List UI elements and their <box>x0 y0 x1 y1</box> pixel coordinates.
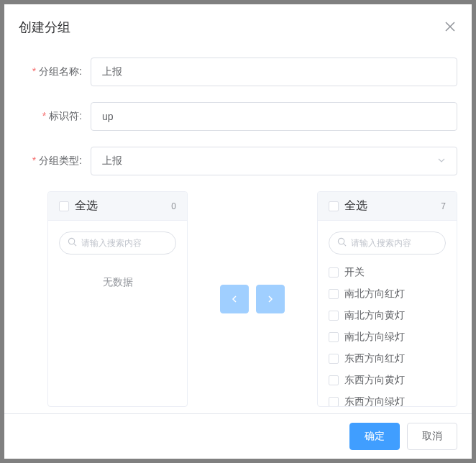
close-button[interactable] <box>443 20 457 35</box>
identifier-input[interactable] <box>91 102 457 131</box>
item-label: 南北方向绿灯 <box>344 331 405 344</box>
item-checkbox[interactable] <box>329 354 339 364</box>
transfer-left-panel: 全选 0 无数据 <box>47 191 188 407</box>
modal-header: 创建分组 <box>4 4 472 43</box>
create-group-modal: 创建分组 分组名称: 标识符: 分组类型: 上报 <box>4 4 472 459</box>
transfer-buttons <box>220 285 285 313</box>
right-count: 7 <box>441 201 446 211</box>
type-select-value: 上报 <box>102 155 122 168</box>
item-checkbox[interactable] <box>329 267 339 278</box>
transfer-left-list: 无数据 <box>59 262 176 406</box>
item-label: 开关 <box>344 266 365 279</box>
transfer: 全选 0 无数据 <box>47 191 457 407</box>
item-checkbox[interactable] <box>329 332 339 342</box>
confirm-button[interactable]: 确定 <box>349 423 400 450</box>
chevron-left-icon <box>230 295 239 303</box>
search-right-input[interactable] <box>329 232 446 255</box>
identifier-label: 标识符: <box>19 110 91 123</box>
form-item-identifier: 标识符: <box>19 102 457 131</box>
type-select[interactable]: 上报 <box>91 147 457 175</box>
item-label: 东西方向绿灯 <box>344 395 405 406</box>
search-left-wrap <box>59 232 176 255</box>
list-item[interactable]: 南北方向绿灯 <box>329 326 446 348</box>
transfer-left-header: 全选 0 <box>48 192 187 221</box>
chevron-right-icon <box>266 295 275 303</box>
item-label: 东西方向红灯 <box>344 352 405 365</box>
item-label: 南北方向黄灯 <box>344 309 405 322</box>
form-item-type: 分组类型: 上报 <box>19 147 457 175</box>
search-left-input[interactable] <box>59 232 176 255</box>
transfer-right-list[interactable]: 开关南北方向红灯南北方向黄灯南北方向绿灯东西方向红灯东西方向黄灯东西方向绿灯 <box>329 262 446 406</box>
list-item[interactable]: 南北方向黄灯 <box>329 305 446 326</box>
select-all-left-checkbox[interactable] <box>59 201 69 211</box>
form-item-name: 分组名称: <box>19 58 457 86</box>
move-left-button[interactable] <box>220 285 249 313</box>
type-label: 分组类型: <box>19 155 91 168</box>
item-label: 东西方向黄灯 <box>344 374 405 387</box>
transfer-right-panel: 全选 7 开关南北方向红灯南北方向黄灯南北方向绿灯东西方向红灯东西方向黄灯东西方… <box>317 191 457 407</box>
modal-title: 创建分组 <box>19 19 70 36</box>
list-item[interactable]: 南北方向红灯 <box>329 283 446 305</box>
cancel-button[interactable]: 取消 <box>407 423 457 450</box>
list-item[interactable]: 东西方向绿灯 <box>329 391 446 406</box>
select-all-right-label: 全选 <box>344 198 367 214</box>
item-checkbox[interactable] <box>329 375 339 385</box>
transfer-right-body: 开关南北方向红灯南北方向黄灯南北方向绿灯东西方向红灯东西方向黄灯东西方向绿灯 <box>318 221 457 406</box>
item-checkbox[interactable] <box>329 311 339 321</box>
transfer-left-body: 无数据 <box>48 221 187 406</box>
item-checkbox[interactable] <box>329 289 339 299</box>
name-label: 分组名称: <box>19 65 91 78</box>
item-label: 南北方向红灯 <box>344 288 405 301</box>
name-input[interactable] <box>91 58 457 86</box>
close-icon <box>445 22 455 32</box>
modal-footer: 确定 取消 <box>4 413 472 459</box>
search-right-wrap <box>329 232 446 255</box>
list-item[interactable]: 东西方向黄灯 <box>329 370 446 391</box>
list-item[interactable]: 开关 <box>329 262 446 283</box>
select-all-right-checkbox[interactable] <box>329 201 339 211</box>
select-all-left-label: 全选 <box>75 198 98 214</box>
chevron-down-icon <box>437 155 446 167</box>
list-item[interactable]: 东西方向红灯 <box>329 348 446 370</box>
item-checkbox[interactable] <box>329 397 339 406</box>
left-count: 0 <box>171 201 176 211</box>
move-right-button[interactable] <box>256 285 285 313</box>
transfer-right-header: 全选 7 <box>318 192 457 221</box>
modal-body: 分组名称: 标识符: 分组类型: 上报 全选 0 <box>4 43 472 413</box>
empty-text: 无数据 <box>59 262 176 303</box>
